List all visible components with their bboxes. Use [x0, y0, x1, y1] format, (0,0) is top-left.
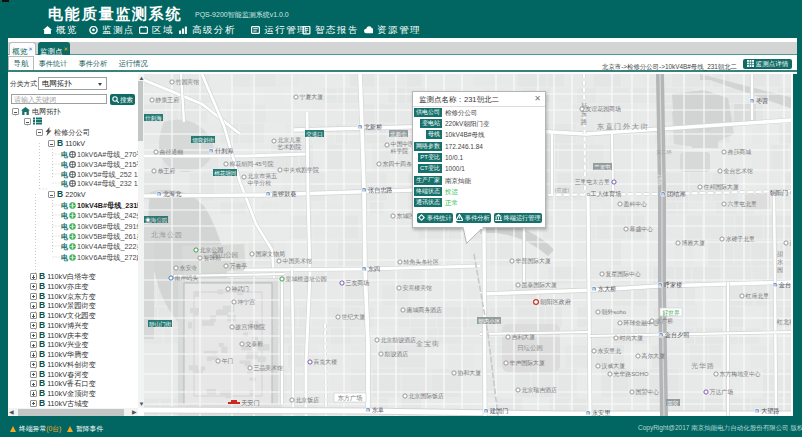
svg-text:北京国际饭店: 北京国际饭店	[409, 392, 444, 400]
svg-text:B: B	[157, 192, 160, 197]
svg-text:复星国际中心: 复星国际中心	[606, 270, 641, 278]
svg-text:故宫博物院: 故宫博物院	[236, 323, 266, 331]
svg-text:转角头条社区: 转角头条社区	[404, 259, 439, 265]
svg-text:甜水西园: 甜水西园	[790, 239, 792, 247]
svg-text:水碓子北里: 水碓子北里	[726, 236, 756, 243]
svg-text:国贸: 国贸	[667, 400, 679, 407]
svg-text:B: B	[661, 192, 664, 197]
svg-text:北京瑞吉酒店: 北京瑞吉酒店	[522, 387, 557, 394]
svg-text:国贸中心: 国贸中心	[636, 388, 660, 396]
svg-text:静泉王府: 静泉王府	[156, 96, 180, 103]
svg-text:张自忠路: 张自忠路	[368, 186, 392, 194]
svg-text:东直门外大街: 东直门外大街	[596, 122, 649, 131]
svg-text:什刹海: 什刹海	[215, 147, 233, 155]
svg-text:东二环: 东二环	[656, 149, 672, 155]
svg-text:光华路SOHO: 光华路SOHO	[614, 371, 649, 378]
svg-text:竹园宾馆: 竹园宾馆	[176, 79, 200, 86]
svg-text:北京饭店: 北京饭店	[296, 397, 320, 404]
svg-text:甜: 甜	[777, 250, 784, 258]
svg-text:华普国际大厦: 华普国际大厦	[516, 257, 551, 265]
svg-text:燕莎商城: 燕莎商城	[728, 148, 752, 155]
svg-text:高尔大厦: 高尔大厦	[642, 352, 666, 360]
svg-text:红北社: 红北社	[776, 318, 791, 326]
svg-text:B: B	[750, 99, 753, 104]
svg-text:中国美术馆: 中国美术馆	[283, 257, 313, 265]
svg-text:东四: 东四	[368, 265, 380, 273]
svg-text:永安寺: 永安寺	[180, 264, 198, 271]
svg-text:金台夕照: 金台夕照	[664, 331, 689, 339]
svg-text:三里屯太古里: 三里屯太古里	[575, 179, 610, 185]
svg-text:交泰殿: 交泰殿	[246, 341, 264, 348]
svg-text:B: B	[755, 409, 758, 414]
svg-text:北海公园: 北海公园	[151, 231, 183, 239]
svg-text:水: 水	[777, 258, 784, 265]
svg-text:B: B	[484, 409, 487, 414]
svg-text:东单: 东单	[372, 406, 384, 413]
svg-text:万春亭: 万春亭	[230, 262, 248, 269]
svg-text:国家文物局: 国家文物局	[256, 250, 286, 258]
svg-text:幕盛中心: 幕盛中心	[630, 226, 654, 232]
svg-text:交道口: 交道口	[306, 131, 323, 138]
svg-text:建国门: 建国门	[489, 407, 508, 415]
svg-text:盈科中心: 盈科中心	[624, 200, 648, 208]
svg-text:博雅大厦: 博雅大厦	[682, 239, 706, 247]
svg-text:1号线: 1号线	[657, 174, 662, 186]
svg-text:南锣鼓巷: 南锣鼓巷	[272, 190, 296, 197]
svg-text:北海北: 北海北	[163, 190, 182, 198]
svg-text:协和大厦: 协和大厦	[458, 369, 482, 377]
svg-text:朝内小区: 朝内小区	[478, 318, 501, 325]
svg-text:大望路: 大望路	[761, 407, 779, 415]
svg-text:三品美术馆: 三品美术馆	[254, 364, 284, 372]
svg-text:神武门: 神武门	[232, 285, 250, 292]
svg-text:棉花胡同: 棉花胡同	[214, 170, 236, 177]
svg-text:B: B	[362, 267, 365, 272]
svg-text:三友商场: 三友商场	[346, 279, 370, 287]
svg-text:皇城根遗址公园: 皇城根遗址公园	[286, 276, 327, 283]
svg-text:汉威大厦: 汉威大厦	[602, 362, 626, 370]
svg-text:时尚大厦: 时尚大厦	[620, 334, 644, 342]
svg-text:B: B	[790, 191, 791, 196]
svg-text:智珠殿: 智珠殿	[204, 255, 222, 261]
svg-text:金台艺术馆: 金台艺术馆	[724, 168, 754, 175]
svg-text:宁夏大厦: 宁夏大厦	[300, 93, 324, 101]
svg-text:小西天: 小西天	[152, 216, 170, 224]
svg-text:金宝街: 金宝街	[416, 340, 440, 348]
svg-text:北新桥: 北新桥	[364, 123, 382, 131]
svg-text:光华路: 光华路	[691, 362, 714, 370]
svg-text:北京励骏酒店: 北京励骏酒店	[381, 337, 416, 344]
svg-text:B: B	[659, 333, 662, 338]
svg-text:华声国际大厦: 华声国际大厦	[510, 359, 545, 367]
svg-text:住邦国际大厦: 住邦国际大厦	[704, 183, 739, 191]
svg-text:呼家楼: 呼家楼	[664, 281, 682, 288]
svg-text:B: B	[266, 192, 269, 197]
svg-text:南岸码头: 南岸码头	[175, 274, 199, 281]
svg-text:安宾楼宾馆: 安宾楼宾馆	[403, 284, 433, 292]
svg-text:o工人体育场: o工人体育场	[587, 190, 621, 198]
svg-text:路: 路	[581, 118, 588, 126]
svg-text:烟袋斜街: 烟袋斜街	[192, 137, 215, 144]
svg-text:B: B	[366, 408, 369, 413]
svg-text:东方广场: 东方广场	[338, 394, 363, 402]
svg-text:恭王府: 恭王府	[158, 167, 176, 174]
svg-text:庸城商务酒店: 庸城商务酒店	[407, 306, 442, 314]
svg-text:团结湖: 团结湖	[667, 190, 685, 198]
svg-text:世纪大厦: 世纪大厦	[342, 313, 366, 321]
svg-text:枣营: 枣营	[756, 97, 768, 105]
svg-text:昆泰国际大厦: 昆泰国际大厦	[522, 281, 557, 289]
svg-text:万达广场: 万达广场	[710, 389, 734, 396]
svg-text:B: B	[362, 188, 365, 193]
svg-text:东大桥: 东大桥	[598, 285, 616, 292]
svg-text:朝阳区政府: 朝阳区政府	[540, 298, 571, 306]
svg-text:京广桥: 京广桥	[655, 318, 674, 324]
svg-text:朝外soho: 朝外soho	[602, 308, 627, 315]
svg-text:什刹海: 什刹海	[145, 115, 162, 122]
svg-text:金台路: 金台路	[778, 281, 791, 289]
svg-text:园: 园	[777, 266, 783, 274]
svg-text:B: B	[773, 283, 776, 288]
svg-text:B: B	[592, 287, 595, 292]
svg-text:坤宁宫: 坤宁宫	[238, 298, 256, 306]
svg-text:朝阳门: 朝阳门	[770, 189, 788, 197]
svg-text:友谊花园商场: 友谊花园商场	[586, 105, 621, 113]
svg-text:艺术剧院: 艺术剧院	[278, 143, 302, 151]
svg-text:北新仓: 北新仓	[389, 131, 407, 138]
